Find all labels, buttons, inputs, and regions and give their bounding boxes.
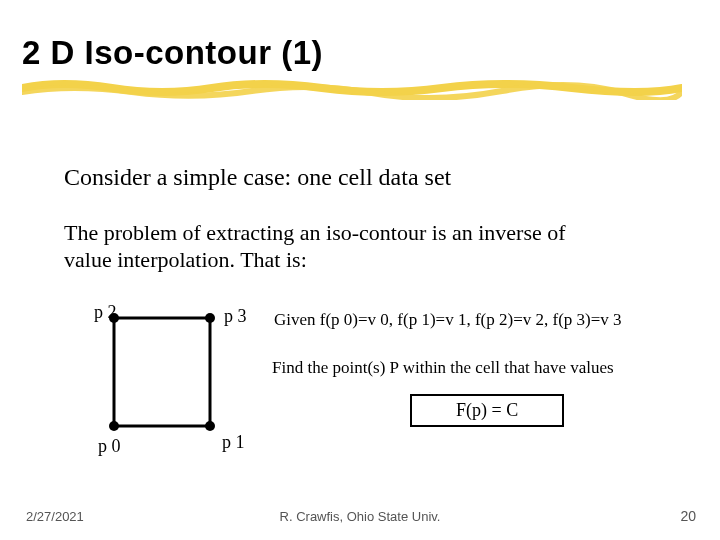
vertex-label-p1: p 1 — [222, 432, 245, 453]
vertex-label-p0: p 0 — [98, 436, 121, 457]
svg-rect-0 — [114, 318, 210, 426]
svg-point-4 — [205, 421, 215, 431]
footer-page-number: 20 — [680, 508, 696, 524]
body-text-2: The problem of extracting an iso-contour… — [64, 220, 584, 274]
vertex-label-p2: p 2 — [94, 302, 117, 323]
vertex-label-p3: p 3 — [224, 306, 247, 327]
title-underline-icon — [22, 76, 682, 100]
svg-point-2 — [205, 313, 215, 323]
slide-title: 2 D Iso-contour (1) — [22, 34, 323, 72]
equation-box: F(p) = C — [410, 394, 564, 427]
footer-attribution: R. Crawfis, Ohio State Univ. — [0, 509, 720, 524]
body-text-1: Consider a simple case: one cell data se… — [64, 164, 451, 191]
slide: 2 D Iso-contour (1) Consider a simple ca… — [0, 0, 720, 540]
given-text: Given f(p 0)=v 0, f(p 1)=v 1, f(p 2)=v 2… — [274, 310, 622, 330]
find-text: Find the point(s) P within the cell that… — [272, 358, 614, 378]
svg-point-3 — [109, 421, 119, 431]
